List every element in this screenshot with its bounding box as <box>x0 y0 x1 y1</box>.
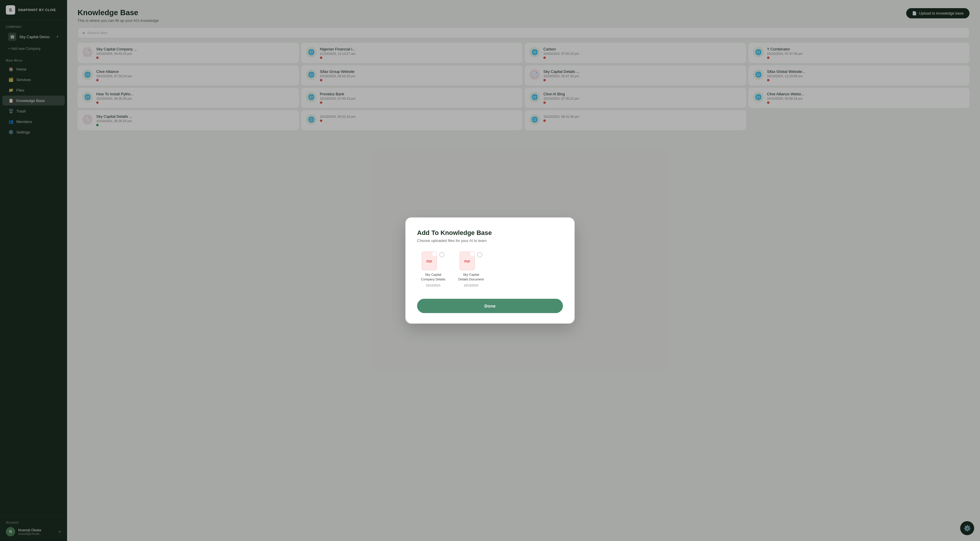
done-button[interactable]: Done <box>417 299 563 313</box>
file-item-2[interactable]: PDF Sky Capital Details Document 10/10/2… <box>458 252 484 287</box>
file-item-top-1: PDF <box>422 252 444 270</box>
modal: Add To Knowledge Base Choose uploaded fi… <box>406 217 574 324</box>
modal-overlay[interactable]: Add To Knowledge Base Choose uploaded fi… <box>0 0 980 541</box>
pdf-icon-1: PDF <box>422 252 437 270</box>
file-date-1: 10/10/2024 <box>426 284 441 287</box>
file-date-2: 10/10/2024 <box>464 284 478 287</box>
file-radio-1[interactable] <box>439 252 444 257</box>
file-name-1: Sky Capital Company Details <box>420 273 446 282</box>
file-item-top-2: PDF <box>460 252 482 270</box>
file-item-1[interactable]: PDF Sky Capital Company Details 10/10/20… <box>420 252 446 287</box>
pdf-icon-2: PDF <box>460 252 475 270</box>
modal-files: PDF Sky Capital Company Details 10/10/20… <box>417 252 563 287</box>
modal-title: Add To Knowledge Base <box>417 229 563 237</box>
file-radio-2[interactable] <box>477 252 482 257</box>
modal-subtitle: Choose uploaded files for your AI to lea… <box>417 238 563 243</box>
file-name-2: Sky Capital Details Document <box>458 273 484 282</box>
